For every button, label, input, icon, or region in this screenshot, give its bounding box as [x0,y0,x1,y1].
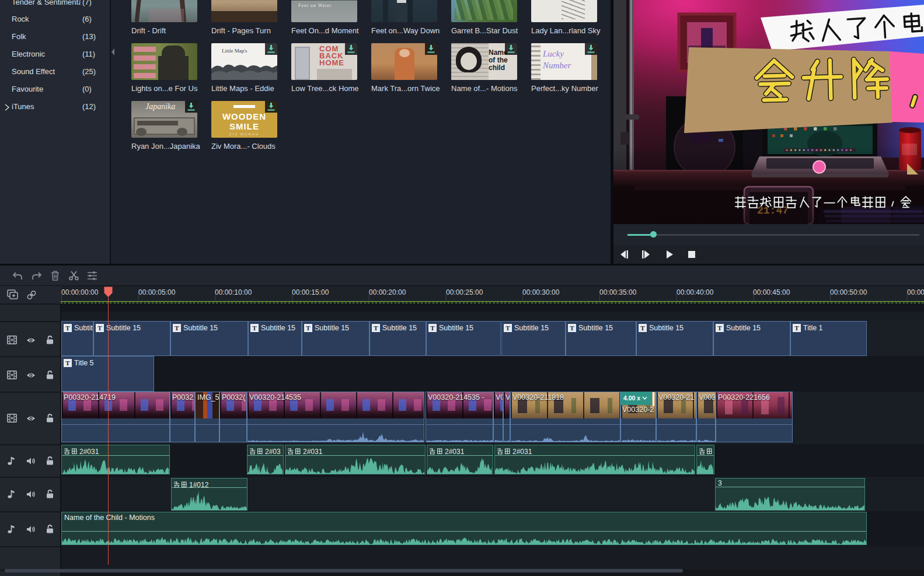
svg-text:2#03: 2#03 [265,448,281,455]
svg-text:2#031: 2#031 [303,448,323,455]
svg-text:2#031: 2#031 [79,448,99,455]
svg-text:2#031: 2#031 [512,448,532,455]
svg-text:2#031: 2#031 [445,448,465,455]
